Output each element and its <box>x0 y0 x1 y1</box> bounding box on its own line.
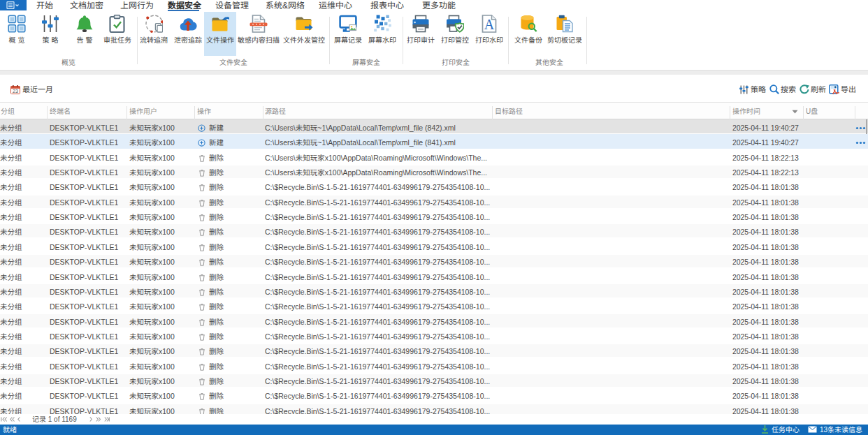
svg-text:23: 23 <box>13 89 18 94</box>
svg-text:A: A <box>484 17 495 32</box>
